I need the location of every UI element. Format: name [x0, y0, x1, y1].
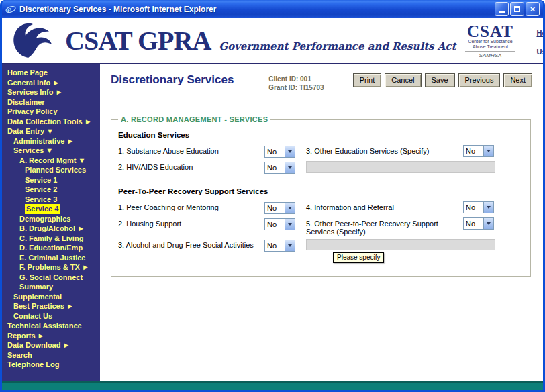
education-services-heading: Education Services — [118, 131, 524, 139]
alcohol-drug-free-social-select[interactable]: No — [264, 240, 295, 252]
hiv-aids-education-select[interactable]: No — [264, 162, 295, 174]
chevron-down-icon — [285, 146, 295, 157]
csat-logo-sub1: Center for Substance — [456, 39, 524, 44]
sidebar-item-criminal-justice[interactable]: E. Criminal Justice — [19, 253, 85, 263]
sidebar-item-service-4[interactable]: Service 4 — [25, 204, 60, 214]
browser-window: e Discretionary Services - Microsoft Int… — [0, 0, 545, 392]
other-education-specify-input — [306, 161, 495, 173]
sidebar-item-service-1[interactable]: Service 1 — [25, 175, 57, 185]
sidebar-item-record-mgmt[interactable]: A. Record Mgmt ▼ — [19, 156, 85, 166]
housing-support-label: 2. Housing Support — [118, 217, 264, 228]
sidebar-item-telephone-log[interactable]: Telephone Log — [7, 360, 59, 370]
peer-recovery-heading: Peer-To-Peer Recovery Support Services — [118, 187, 524, 195]
chevron-down-icon — [285, 219, 295, 230]
page-header: CSAT GPRA Government Performance and Res… — [2, 18, 543, 64]
select-value: No — [464, 203, 483, 211]
content-header: Discretionary Services Client ID: 001 Gr… — [100, 64, 543, 99]
other-peer-recovery-select[interactable]: No — [463, 217, 494, 230]
grant-id-label: Grant ID: — [268, 84, 297, 91]
grant-id-value: TI15703 — [299, 84, 324, 91]
select-value: No — [464, 219, 483, 228]
client-id-label: Client ID: — [268, 75, 298, 83]
sidebar-item-disclaimer[interactable]: Disclaimer — [7, 97, 45, 107]
sidebar-item-summary[interactable]: Summary — [19, 282, 53, 292]
sidebar-item-search[interactable]: Search — [7, 350, 32, 360]
sidebar-item-general-info[interactable]: General Info ► — [7, 78, 60, 88]
sidebar-item-service-3[interactable]: Service 3 — [25, 195, 57, 205]
sidebar-item-data-download[interactable]: Data Download ► — [7, 340, 70, 350]
main-content: Discretionary Services Client ID: 001 Gr… — [100, 64, 543, 381]
sidebar-item-education-emp[interactable]: D. Education/Emp — [19, 243, 83, 253]
page-title: Discretionary Services — [111, 73, 234, 87]
sidebar-item-family-living[interactable]: C. Family & Living — [19, 234, 83, 244]
information-referral-select[interactable]: No — [463, 201, 494, 213]
toolbar: Print Cancel Save Previous Next — [353, 73, 532, 87]
other-education-services-label: 3. Other Education Services (Specify) — [306, 145, 463, 155]
sidebar-item-home-page[interactable]: Home Page — [7, 68, 48, 78]
chevron-down-icon — [483, 202, 493, 213]
record-management-fieldset: A. RECORD MANAGEMENT - SERVICES Educatio… — [111, 115, 531, 277]
chevron-down-icon — [285, 162, 295, 173]
sidebar-item-technical-assistance[interactable]: Technical Assistance — [7, 321, 82, 331]
client-id-row: Client ID: 001 — [268, 75, 324, 83]
chevron-down-icon — [483, 146, 493, 156]
brand-title: CSAT GPRA — [65, 28, 211, 54]
sidebar-item-privacy-policy[interactable]: Privacy Policy — [7, 107, 58, 117]
select-value: No — [464, 147, 483, 155]
sidebar-item-data-entry[interactable]: Data Entry ▼ — [7, 126, 54, 136]
save-button[interactable]: Save — [425, 73, 455, 87]
cancel-button[interactable]: Cancel — [385, 73, 421, 87]
internet-explorer-icon: e — [5, 4, 16, 15]
other-peer-specify-input — [306, 239, 495, 250]
sidebar-item-drug-alcohol[interactable]: B. Drug/Alcohol ► — [19, 224, 85, 234]
sidebar-item-service-2[interactable]: Service 2 — [25, 185, 57, 195]
sidebar-item-services[interactable]: Services ▼ — [13, 146, 53, 156]
housing-support-select[interactable]: No — [264, 218, 295, 230]
sidebar-item-demographics[interactable]: Demographics — [19, 214, 70, 224]
other-education-services-select[interactable]: No — [463, 145, 494, 157]
sidebar-item-social-connect[interactable]: G. Social Connect — [19, 273, 83, 283]
sidebar-nav: Home Page General Info ► Services Info ►… — [2, 64, 100, 381]
select-value: No — [265, 204, 285, 212]
client-grant-ids: Client ID: 001 Grant ID: TI15703 — [268, 73, 324, 92]
sidebar-item-data-collection-tools[interactable]: Data Collection Tools ► — [7, 117, 92, 127]
substance-abuse-education-select[interactable]: No — [264, 146, 295, 158]
footer-bar — [2, 381, 543, 390]
sidebar-item-best-practices[interactable]: Best Practices ► — [13, 301, 74, 311]
chevron-down-icon — [285, 203, 295, 213]
information-referral-label: 4. Information and Referral — [306, 201, 463, 211]
chevron-down-icon — [483, 218, 493, 229]
other-peer-recovery-label: 5. Other Peer-to-Peer Recovery Support S… — [306, 217, 463, 236]
sidebar-item-services-info[interactable]: Services Info ► — [7, 87, 62, 97]
csat-logo-name: CSAT — [456, 23, 524, 39]
minimize-button[interactable] — [495, 2, 509, 16]
sidebar-item-problems-tx[interactable]: F. Problems & TX ► — [19, 262, 89, 273]
select-value: No — [265, 148, 285, 156]
sidebar-item-contact-us[interactable]: Contact Us — [13, 311, 52, 322]
alcohol-drug-free-social-label: 3. Alcohol-and Drug-Free Social Activiti… — [118, 239, 264, 249]
hiv-aids-education-label: 2. HIV/AIDS Education — [118, 161, 264, 171]
sidebar-item-supplemental[interactable]: Supplemental — [13, 292, 62, 302]
csat-logo: CSAT Center for Substance Abuse Treatmen… — [456, 23, 524, 58]
brand-tagline: Government Performance and Results Act — [219, 40, 456, 52]
user-label: User: Christopher Shumway — [536, 48, 543, 56]
next-button[interactable]: Next — [503, 73, 532, 87]
csat-logo-org: SAMHSA — [465, 51, 515, 58]
help-link[interactable]: Help — [536, 29, 543, 37]
title-bar: e Discretionary Services - Microsoft Int… — [2, 0, 543, 18]
previous-button[interactable]: Previous — [458, 73, 501, 87]
peer-coaching-select[interactable]: No — [264, 202, 295, 214]
sidebar-item-administrative[interactable]: Administrative ► — [13, 136, 74, 146]
chevron-down-icon — [285, 240, 295, 251]
sidebar-item-reports[interactable]: Reports ► — [7, 331, 45, 341]
peer-coaching-label: 1. Peer Coaching or Mentoring — [118, 201, 264, 211]
grant-id-row: Grant ID: TI15703 — [268, 83, 324, 92]
sidebar-item-planned-services[interactable]: Planned Services — [25, 165, 86, 175]
print-button[interactable]: Print — [353, 73, 382, 87]
select-value: No — [265, 220, 285, 228]
close-button[interactable]: × — [526, 2, 540, 16]
select-value: No — [265, 242, 285, 250]
window-title: Discretionary Services - Microsoft Inter… — [19, 5, 491, 14]
client-id-value: 001 — [300, 75, 311, 83]
maximize-button[interactable] — [510, 2, 524, 16]
